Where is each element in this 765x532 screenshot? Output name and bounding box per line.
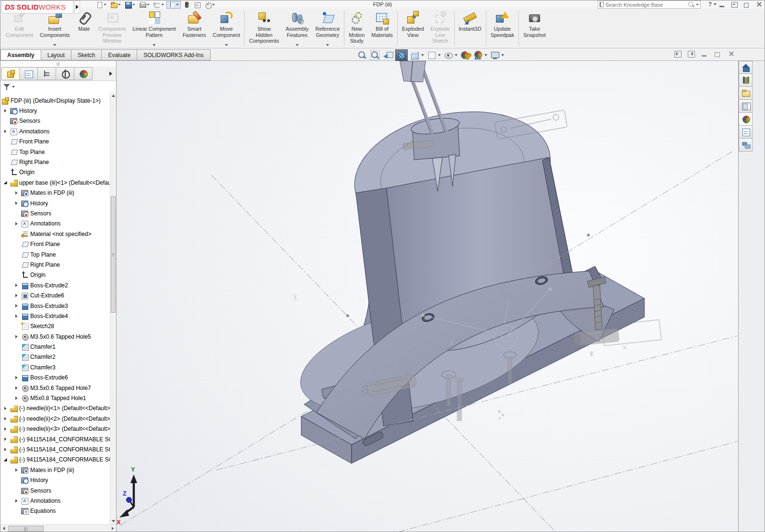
- scroll-down-icon[interactable]: [110, 518, 116, 524]
- search-input[interactable]: [605, 2, 686, 8]
- display-style-button[interactable]: [426, 49, 441, 61]
- scroll-up-icon[interactable]: [110, 93, 116, 99]
- assembly-features-button[interactable]: AssemblyFeatures: [282, 9, 312, 48]
- file-explorer-button[interactable]: [739, 87, 753, 100]
- tree-item[interactable]: (-) 94115A184_CONFORMABLE SOFT: [0, 434, 110, 444]
- zoom-to-area-button[interactable]: [369, 49, 381, 61]
- restore-doc-button[interactable]: [715, 51, 721, 57]
- panel-splitter[interactable]: [0, 61, 116, 67]
- tree-item[interactable]: Origin: [0, 167, 110, 177]
- expand-arrow[interactable]: [13, 497, 20, 504]
- tab-layout[interactable]: Layout: [41, 49, 71, 60]
- instant3d-button[interactable]: Instant3D: [456, 9, 485, 48]
- expand-arrow[interactable]: [2, 179, 9, 186]
- expand-arrow[interactable]: [13, 333, 20, 340]
- tree-item[interactable]: History: [0, 475, 110, 485]
- tree-item[interactable]: Sensors: [0, 208, 110, 218]
- tree-item[interactable]: Top Plane: [0, 249, 110, 260]
- propertymanager-tab[interactable]: [20, 67, 38, 80]
- view-settings-dropdown-icon[interactable]: [501, 54, 504, 56]
- expand-arrow[interactable]: [2, 405, 9, 412]
- expand-arrow[interactable]: [13, 189, 20, 196]
- tree-item[interactable]: Right Plane: [0, 157, 110, 167]
- expand-arrow[interactable]: [2, 446, 9, 453]
- tab-evaluate[interactable]: Evaluate: [102, 49, 137, 60]
- help-dropdown-icon[interactable]: [714, 3, 717, 5]
- tree-item[interactable]: Cut-Extrude6: [0, 290, 110, 300]
- tree-item[interactable]: Mates in FDP (iii): [0, 465, 110, 475]
- expand-arrow[interactable]: [2, 107, 9, 114]
- tree-item[interactable]: Boss-Extrude3: [0, 301, 110, 311]
- dimxpertmanager-tab[interactable]: [56, 67, 74, 80]
- model-scene[interactable]: Y X Z: [117, 61, 738, 532]
- expand-arrow[interactable]: [2, 426, 9, 432]
- tree-item[interactable]: Boss-Extrude6: [0, 373, 110, 383]
- resize-button[interactable]: [731, 1, 738, 8]
- close-doc-button[interactable]: [728, 51, 735, 57]
- view-orientation-dropdown-icon[interactable]: [421, 54, 424, 56]
- filter-dropdown-icon[interactable]: [12, 86, 15, 88]
- tree-item[interactable]: Equations: [0, 506, 110, 516]
- linear-pattern-dropdown-icon[interactable]: [153, 44, 155, 46]
- menu-flyout-arrow[interactable]: [74, 0, 80, 13]
- tree-item[interactable]: (-) 94115A184_CONFORMABLE SOFT: [0, 455, 110, 465]
- configurationmanager-tab[interactable]: [38, 67, 56, 80]
- insert-components-dropdown-icon[interactable]: [53, 44, 56, 46]
- section-view-button[interactable]: [395, 49, 408, 61]
- tree-item[interactable]: Top Plane: [0, 147, 110, 157]
- tree-item[interactable]: Front Plane: [0, 137, 110, 147]
- move-component-button[interactable]: MoveComponent: [210, 9, 244, 48]
- tree-item[interactable]: Chamfer1: [0, 342, 110, 352]
- expand-arrow[interactable]: [2, 436, 9, 443]
- expand-arrow[interactable]: [2, 415, 9, 422]
- zoom-to-fit-button[interactable]: [356, 49, 368, 61]
- apply-scene-dropdown-icon[interactable]: [484, 54, 487, 56]
- tree-item[interactable]: upper base (iii)<1> (Default<<Default>_D…: [0, 177, 110, 188]
- tree-horizontal-scrollbar[interactable]: [0, 524, 116, 532]
- update-speedpak-button[interactable]: UpdateSpeedpak: [487, 9, 518, 48]
- bom-button[interactable]: Bill ofMaterials: [368, 9, 396, 48]
- tree-item[interactable]: M3.5x0.6 Tapped Hole7: [0, 383, 110, 393]
- tree-item[interactable]: Boss-Extrude2: [0, 280, 110, 290]
- expand-arrow[interactable]: [2, 128, 9, 135]
- hide-show-items-button[interactable]: [443, 49, 458, 61]
- tab-solidworks-add-ins[interactable]: SOLIDWORKS Add-Ins: [137, 49, 210, 60]
- tree-item[interactable]: History: [0, 198, 110, 208]
- tree-item[interactable]: Origin: [0, 270, 110, 280]
- tree-item[interactable]: (-) needle(ii)<2> (Default<<Default>_Dis…: [0, 414, 110, 424]
- minimize-doc-button[interactable]: [701, 51, 708, 57]
- view-settings-button[interactable]: [489, 49, 505, 61]
- move-component-dropdown-icon[interactable]: [225, 44, 228, 46]
- expand-arrow[interactable]: [13, 200, 20, 207]
- design-library-button[interactable]: [739, 74, 753, 87]
- display-style-dropdown-icon[interactable]: [438, 54, 441, 56]
- expand-arrow[interactable]: [13, 282, 20, 289]
- tree-item[interactable]: M3.5x0.6 Tapped Hole5: [0, 331, 110, 342]
- hide-show-items-dropdown-icon[interactable]: [455, 54, 458, 56]
- featuremanager-tab[interactable]: [1, 67, 20, 80]
- reference-geometry-button[interactable]: ReferenceGeometry: [312, 9, 343, 48]
- tab-assembly[interactable]: Assembly: [0, 49, 41, 60]
- linear-pattern-button[interactable]: Linear ComponentPattern: [129, 9, 179, 48]
- tree-item[interactable]: FDP (iii) (Default<Display State-1>): [0, 95, 110, 106]
- tree-item[interactable]: Sketch28: [0, 321, 110, 331]
- take-snapshot-button[interactable]: TakeSnapshot: [520, 9, 549, 48]
- tree-item[interactable]: Sensors: [0, 485, 110, 496]
- expand-arrow[interactable]: [13, 467, 20, 473]
- insert-components-button[interactable]: InsertComponents: [36, 9, 73, 48]
- scroll-right-icon[interactable]: [109, 525, 116, 532]
- pane-left-button[interactable]: [674, 51, 681, 57]
- tree-item[interactable]: Chamfer3: [0, 362, 110, 372]
- scroll-left-icon[interactable]: [0, 525, 7, 532]
- help-button[interactable]: ?: [708, 1, 717, 8]
- assembly-features-dropdown-icon[interactable]: [296, 44, 299, 46]
- view-palette-button[interactable]: [739, 100, 753, 113]
- horizontal-scroll-thumb[interactable]: [8, 526, 44, 532]
- tree-item[interactable]: (-) needle(ii)<3> (Default<<Default>_Dis…: [0, 424, 110, 434]
- tree-item[interactable]: Front Plane: [0, 239, 110, 249]
- close-button[interactable]: [756, 1, 763, 8]
- tree-item[interactable]: M5x0.8 Tapped Hole1: [0, 393, 110, 403]
- tree-item[interactable]: Mates in FDP (iii): [0, 188, 110, 198]
- tree-item[interactable]: Sensors: [0, 116, 110, 126]
- exploded-view-button[interactable]: ExplodedView: [399, 9, 427, 48]
